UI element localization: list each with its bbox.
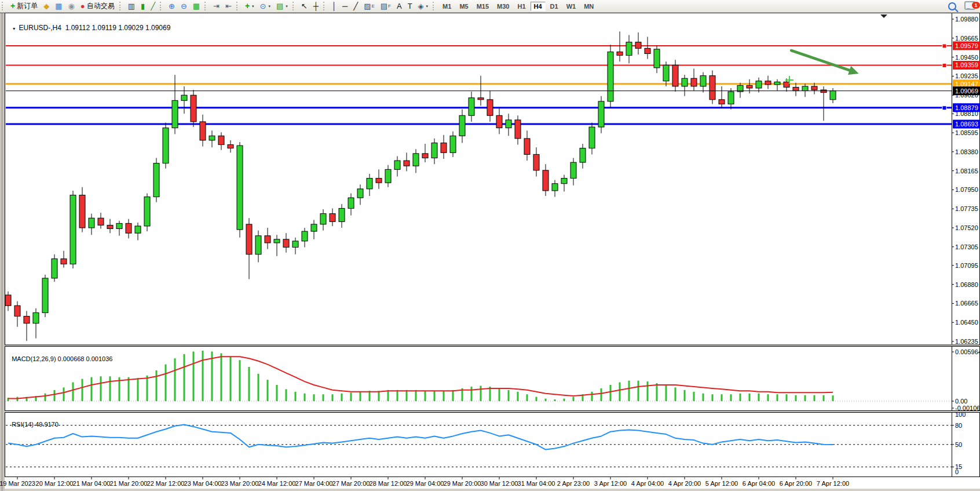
new-chart-button[interactable]: +▾ xyxy=(242,0,257,12)
symbols-button[interactable]: ◆ xyxy=(41,0,52,12)
periods-icon: ⊙ xyxy=(260,2,266,10)
price-tag-text: 1.09579 xyxy=(955,42,978,49)
macd-bar xyxy=(63,387,65,401)
toolbar-grip xyxy=(160,2,163,10)
arrows-button[interactable]: ◈▾ xyxy=(415,0,432,12)
candle-body xyxy=(608,52,613,101)
candle-body xyxy=(339,208,345,221)
candlestick-chart-button[interactable]: ▮ xyxy=(138,0,148,12)
candle-body xyxy=(663,65,669,81)
notifications-button[interactable]: 1 xyxy=(964,1,975,12)
candle-body xyxy=(571,162,576,178)
macd-axis-label: 0.005964 xyxy=(955,348,980,355)
candle-body xyxy=(422,154,428,158)
market-watch-button[interactable]: ▦ xyxy=(52,0,65,12)
timeframe-m1-button[interactable]: M1 xyxy=(439,2,455,11)
timeframe-w1-button[interactable]: W1 xyxy=(563,2,580,11)
candle-body xyxy=(432,143,437,158)
zoom-out-button[interactable]: ⊖ xyxy=(178,0,190,12)
candle-body xyxy=(42,278,48,312)
timeframe-m5-button[interactable]: M5 xyxy=(456,2,471,11)
timeframe-mn-button[interactable]: MN xyxy=(580,2,597,11)
macd-bar xyxy=(156,370,158,401)
timeframe-h1-button[interactable]: H1 xyxy=(514,2,529,11)
macd-indicator-label: MACD(12,26,9) 0.000668 0.001036 xyxy=(8,348,112,362)
macd-bar xyxy=(397,390,398,401)
candle-body xyxy=(163,128,169,163)
candle-body xyxy=(506,120,511,128)
candle-body xyxy=(719,100,725,104)
macd-bar xyxy=(443,391,445,401)
line-chart-icon: ╱ xyxy=(151,2,155,10)
text-label-button[interactable]: T xyxy=(405,0,415,12)
macd-bar xyxy=(703,394,704,401)
macd-bar xyxy=(313,394,315,401)
candle-body xyxy=(626,42,632,56)
arrows-dropdown-icon[interactable]: ▾ xyxy=(426,4,429,9)
macd-bar xyxy=(601,388,602,401)
candle-body xyxy=(181,95,187,100)
macd-bar xyxy=(100,376,102,401)
chart-title-dropdown-icon[interactable]: ▼ xyxy=(12,27,16,31)
candle-body xyxy=(5,295,11,305)
candle-body xyxy=(274,239,280,243)
macd-bar xyxy=(267,380,269,401)
timeframe-d1-button[interactable]: D1 xyxy=(547,2,562,11)
rsi-indicator-label: RSI(14) 49.9170 xyxy=(8,414,58,428)
candle-body xyxy=(209,136,215,140)
rsi-name: RSI(14) xyxy=(12,421,34,428)
horizontal-line-button[interactable]: ─ xyxy=(339,0,350,12)
timeframe-h4-button[interactable]: H4 xyxy=(531,2,546,11)
new-chart-dropdown-icon[interactable]: ▾ xyxy=(252,4,254,9)
cursor-button[interactable]: ↖ xyxy=(298,0,310,12)
search-icon[interactable] xyxy=(948,2,956,10)
macd-bar xyxy=(369,391,371,401)
macd-bar xyxy=(536,397,537,401)
candle-body xyxy=(144,197,150,226)
macd-bar xyxy=(471,387,473,401)
price-tick-label: 1.08165 xyxy=(955,168,978,174)
auto-scroll-icon: ⇥ xyxy=(213,2,220,10)
candle-body xyxy=(116,223,122,228)
periods-dropdown-icon[interactable]: ▾ xyxy=(269,4,271,9)
line-chart-button[interactable]: ╱ xyxy=(148,0,158,12)
templates-button[interactable]: ▤▾ xyxy=(273,0,291,12)
timeframe-m15-button[interactable]: M15 xyxy=(473,2,492,11)
fibonacci-icon: ▤ xyxy=(381,2,387,10)
macd-bar xyxy=(230,357,232,401)
candle-body xyxy=(218,136,224,144)
tile-windows-button[interactable]: ▦ xyxy=(190,0,203,12)
signals-button[interactable]: ◉ xyxy=(65,0,77,12)
autotrading-button[interactable]: ●自动交易 xyxy=(78,0,118,12)
time-tick-label: 19 Mar 2023 xyxy=(0,480,35,487)
macd-bar xyxy=(619,383,621,401)
chart-shift-button[interactable]: ⇤ xyxy=(222,0,235,12)
candle-body xyxy=(153,163,159,197)
time-tick-label: 27 Mar 04:00 xyxy=(295,480,333,487)
price-tick-label: 1.08595 xyxy=(955,129,978,136)
toolbar-grip xyxy=(292,2,296,10)
chart-shift-icon: ⇤ xyxy=(225,2,232,10)
templates-dropdown-icon[interactable]: ▾ xyxy=(286,4,288,9)
bar-chart-button[interactable]: ▥ xyxy=(125,0,138,12)
candle-body xyxy=(135,226,141,233)
crosshair-button[interactable]: ┼ xyxy=(310,0,321,12)
text-button[interactable]: A xyxy=(394,0,405,12)
zoom-in-button[interactable]: ⊕ xyxy=(166,0,178,12)
macd-bar xyxy=(82,379,83,401)
macd-bar xyxy=(554,399,556,401)
periods-button[interactable]: ⊙▾ xyxy=(257,0,273,12)
time-tick-label: 20 Mar 12:00 xyxy=(36,480,74,487)
macd-bar xyxy=(360,392,361,401)
chart-canvas[interactable]: 1.098801.096651.094501.092351.090201.088… xyxy=(0,0,980,491)
candle-body xyxy=(237,146,243,230)
fibonacci-button[interactable]: ▤F xyxy=(378,0,394,12)
trendline-button[interactable]: ╱ xyxy=(350,0,361,12)
equidistant-channel-button[interactable]: ▨E xyxy=(361,0,378,12)
timeframe-m30-button[interactable]: M30 xyxy=(493,2,513,11)
vertical-line-button[interactable]: │ xyxy=(329,0,339,12)
new-order-button[interactable]: +新订单 xyxy=(8,0,41,12)
time-tick-label: 22 Mar 12:00 xyxy=(147,480,185,487)
macd-bar xyxy=(406,390,408,401)
auto-scroll-button[interactable]: ⇥ xyxy=(210,0,222,12)
